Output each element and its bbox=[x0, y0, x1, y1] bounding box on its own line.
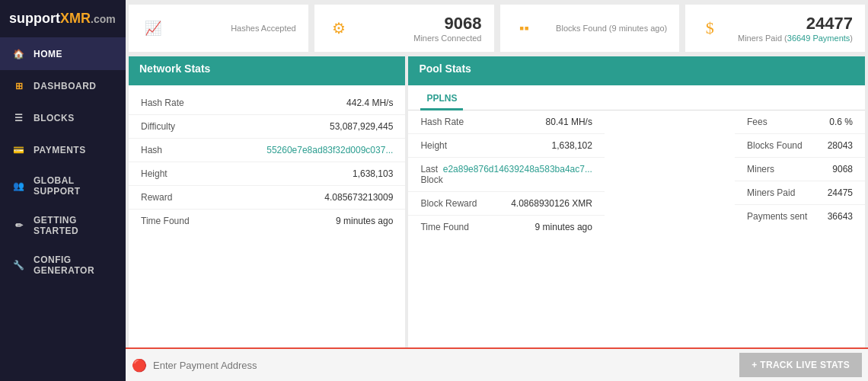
pool-hash-label: Hash Rate bbox=[420, 117, 464, 127]
miners-paid2-label: Miners Paid bbox=[747, 187, 795, 198]
blocks-found-value: 28043 bbox=[828, 140, 853, 151]
sidebar-label-home: HOME bbox=[34, 49, 62, 59]
miners-content: 9068 Miners Connected bbox=[362, 14, 482, 43]
difficulty-label: Difficulty bbox=[141, 121, 175, 132]
blocks-found-label: Blocks Found bbox=[747, 140, 803, 151]
logo-com: .com bbox=[91, 13, 116, 25]
blocks-content: Blocks Found (9 minutes ago) bbox=[547, 24, 668, 33]
sidebar-label-global: GLOBAL SUPPORT bbox=[34, 175, 113, 197]
table-row: Fees 0.6 % bbox=[735, 110, 865, 134]
height-label: Height bbox=[141, 168, 168, 179]
height-value: 1,638,103 bbox=[353, 168, 393, 179]
table-row: Miners 9068 bbox=[735, 158, 865, 181]
miners-paid-value: 24477 bbox=[732, 14, 853, 34]
miners-paid-icon: $ bbox=[697, 18, 722, 38]
hashes-label: Hashes Accepted bbox=[176, 24, 296, 33]
table-row: Time Found 9 minutes ago bbox=[408, 216, 605, 239]
pool-block-reward-value: 4.0868930126 XMR bbox=[511, 198, 592, 209]
time-found-value: 9 minutes ago bbox=[336, 216, 393, 226]
network-stats-panel: Network Stats Hash Rate 442.4 MH/s Diffi… bbox=[129, 56, 405, 347]
table-row: Height 1,638,102 bbox=[408, 134, 605, 158]
miners-paid2-value: 24475 bbox=[828, 187, 853, 198]
stat-card-miners: ⚙ 9068 Miners Connected bbox=[314, 5, 494, 52]
payments-sent-label: Payments sent bbox=[747, 211, 807, 222]
sidebar-item-blocks[interactable]: ☰ BLOCKS bbox=[0, 102, 126, 134]
pool-height-label: Height bbox=[420, 140, 447, 151]
table-row: Last Block e2a89e876d14639248a583ba4ac7.… bbox=[408, 158, 605, 192]
pool-time-found-label: Time Found bbox=[420, 222, 469, 232]
payments-sent-value: 36643 bbox=[828, 211, 853, 222]
tab-pplns[interactable]: PPLNS bbox=[420, 90, 463, 110]
table-row: Block Reward 4.0868930126 XMR bbox=[408, 192, 605, 216]
pool-hash-value: 80.41 MH/s bbox=[546, 117, 592, 127]
difficulty-value: 53,087,929,445 bbox=[330, 121, 393, 132]
hash-label: Hash bbox=[141, 145, 162, 155]
sidebar-item-home[interactable]: 🏠 HOME bbox=[0, 38, 126, 70]
stats-panels: Network Stats Hash Rate 442.4 MH/s Diffi… bbox=[129, 56, 865, 347]
logo-xmr: XMR bbox=[60, 11, 91, 26]
sidebar-item-config-generator[interactable]: 🔧 CONFIG GENERATOR bbox=[0, 245, 126, 285]
bottom-bar: 🔴 + TRACK LIVE STATS bbox=[126, 347, 868, 381]
network-stats-table: Hash Rate 442.4 MH/s Difficulty 53,087,9… bbox=[129, 85, 405, 239]
miners2-label: Miners bbox=[747, 164, 774, 174]
home-icon: 🏠 bbox=[12, 47, 26, 61]
sidebar-logo: supportXMR.com bbox=[0, 0, 126, 38]
payments-link[interactable]: 36649 Payments bbox=[787, 34, 850, 43]
payment-address-input[interactable] bbox=[153, 360, 733, 371]
sidebar-label-config: CONFIG GENERATOR bbox=[34, 255, 113, 276]
table-row: Hash 55260e7e8ad83f32d009c037... bbox=[129, 139, 405, 162]
pool-height-value: 1,638,102 bbox=[552, 140, 592, 151]
sidebar-item-global-support[interactable]: 👥 GLOBAL SUPPORT bbox=[0, 166, 126, 206]
table-row: Hash Rate 80.41 MH/s bbox=[408, 110, 605, 134]
payments-icon: 💳 bbox=[12, 143, 26, 157]
pool-col-1: Hash Rate 80.41 MH/s Height 1,638,102 La… bbox=[408, 110, 605, 239]
track-live-stats-button[interactable]: + TRACK LIVE STATS bbox=[739, 353, 862, 377]
network-stats-title: Network Stats bbox=[139, 62, 210, 75]
fees-label: Fees bbox=[747, 117, 767, 127]
getting-started-icon: ✏ bbox=[12, 219, 26, 232]
pool-last-block-value[interactable]: e2a89e876d14639248a583ba4ac7... bbox=[443, 164, 592, 185]
pool-stats-title: Pool Stats bbox=[419, 62, 471, 75]
hashes-content: Hashes Accepted bbox=[176, 24, 296, 33]
table-row: Time Found 9 minutes ago bbox=[129, 210, 405, 232]
address-icon: 🔴 bbox=[132, 358, 147, 373]
stat-card-blocks: ▪▪ Blocks Found (9 minutes ago) bbox=[500, 5, 680, 52]
table-row: Payments sent 36643 bbox=[735, 205, 865, 228]
miners-paid-label: Miners Paid (36649 Payments) bbox=[732, 34, 853, 43]
hash-value[interactable]: 55260e7e8ad83f32d009c037... bbox=[266, 145, 393, 155]
pool-last-block-label: Last Block bbox=[420, 164, 442, 185]
sidebar-label-payments: PAYMENTS bbox=[34, 145, 86, 155]
sidebar-label-getting: GETTING STARTED bbox=[34, 215, 113, 236]
global-support-icon: 👥 bbox=[12, 179, 26, 193]
miners-value: 9068 bbox=[362, 14, 482, 34]
sidebar-item-payments[interactable]: 💳 PAYMENTS bbox=[0, 134, 126, 166]
pool-stats-panel: Pool Stats PPLNS Hash Rate 80.41 MH/s He… bbox=[408, 56, 865, 347]
sidebar-item-dashboard[interactable]: ⊞ DASHBOARD bbox=[0, 70, 126, 102]
pool-block-reward-label: Block Reward bbox=[420, 198, 477, 209]
pool-tabs: PPLNS bbox=[408, 85, 865, 110]
main-content: 📈 Hashes Accepted ⚙ 9068 Miners Connecte… bbox=[126, 0, 868, 381]
sidebar-label-blocks: BLOCKS bbox=[34, 113, 75, 123]
sidebar-nav: 🏠 HOME ⊞ DASHBOARD ☰ BLOCKS 💳 PAYMENTS 👥… bbox=[0, 38, 126, 285]
sidebar-label-dashboard: DASHBOARD bbox=[34, 81, 97, 91]
reward-value: 4.085673213009 bbox=[324, 192, 393, 203]
miners-icon: ⚙ bbox=[327, 19, 351, 37]
table-row: Height 1,638,103 bbox=[129, 162, 405, 186]
miners2-value: 9068 bbox=[832, 164, 853, 174]
blocks-label: Blocks Found (9 minutes ago) bbox=[547, 24, 668, 33]
logo-support: support bbox=[9, 11, 60, 26]
sidebar: supportXMR.com 🏠 HOME ⊞ DASHBOARD ☰ BLOC… bbox=[0, 0, 126, 381]
sidebar-item-getting-started[interactable]: ✏ GETTING STARTED bbox=[0, 206, 126, 245]
blocks-found-icon: ▪▪ bbox=[512, 21, 537, 37]
stat-card-miners-paid: $ 24477 Miners Paid (36649 Payments) bbox=[685, 5, 865, 52]
table-row: Blocks Found 28043 bbox=[735, 134, 865, 158]
hash-rate-label: Hash Rate bbox=[141, 98, 184, 108]
pool-time-found-value: 9 minutes ago bbox=[535, 222, 592, 232]
reward-label: Reward bbox=[141, 192, 172, 203]
hash-rate-value: 442.4 MH/s bbox=[346, 98, 393, 108]
time-found-label: Time Found bbox=[141, 216, 190, 226]
dashboard-icon: ⊞ bbox=[12, 79, 26, 93]
config-icon: 🔧 bbox=[12, 258, 26, 272]
stat-cards-row: 📈 Hashes Accepted ⚙ 9068 Miners Connecte… bbox=[126, 0, 868, 56]
table-row: Hash Rate 442.4 MH/s bbox=[129, 91, 405, 115]
